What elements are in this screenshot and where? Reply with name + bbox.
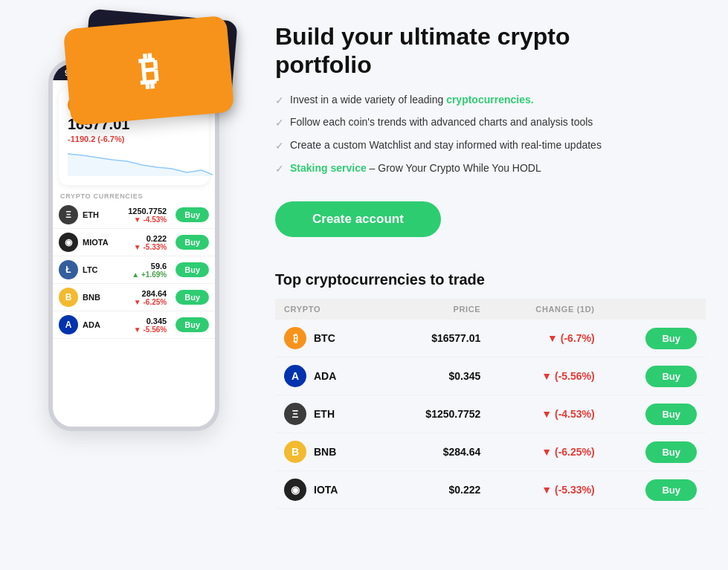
col-price: PRICE: [381, 299, 489, 320]
phone-coin-price-col: 284.64 ▼ -6.25%: [134, 289, 167, 306]
table-section: Top cryptocurrencies to trade CRYPTO PRI…: [275, 271, 706, 509]
phone-coin-ticker: BNB: [83, 293, 100, 302]
table-buy-button[interactable]: Buy: [645, 441, 697, 463]
check-icon-4: ✓: [275, 162, 284, 177]
coin-name: ETH: [314, 408, 335, 420]
mini-chart: [68, 146, 200, 179]
phone-coin-price-col: 0.222 ▼ -5.33%: [134, 234, 167, 251]
col-change: CHANGE (1D): [489, 299, 603, 320]
table-cell-crypto: ₿ BTC: [275, 320, 381, 357]
phone-coin-icon: A: [59, 315, 78, 334]
page: ₿ 9:41 ▪▪▪ ₿ BTC Bitcoin 16577.01 -1190.…: [0, 0, 728, 570]
table-cell-buy: Buy: [604, 395, 706, 433]
table-cell-change: ▼ (-5.56%): [489, 357, 603, 395]
table-buy-button[interactable]: Buy: [645, 404, 697, 425]
phone-coin-price: 284.64: [134, 289, 167, 298]
table-cell-price: $16577.01: [381, 320, 489, 357]
phone-coin-icon: ◉: [59, 233, 78, 252]
phone-buy-button[interactable]: Buy: [175, 317, 209, 332]
change-arrow: ▼: [547, 332, 558, 344]
crypto-table-body: ₿ BTC $16577.01 ▼ (-6.7%) Buy A ADA $0.3…: [275, 320, 706, 509]
table-cell-crypto: ◉ IOTA: [275, 471, 381, 509]
table-buy-button[interactable]: Buy: [645, 328, 697, 349]
phone-list-item: Ł LTC 59.6 ▲ +1.69% Buy: [53, 256, 215, 284]
change-value: ▼ (-5.33%): [541, 484, 594, 496]
phone-buy-button[interactable]: Buy: [175, 290, 209, 305]
staking-link[interactable]: Staking service: [290, 162, 367, 174]
table-row: ₿ BTC $16577.01 ▼ (-6.7%) Buy: [275, 320, 706, 357]
table-row: B BNB $284.64 ▼ (-6.25%) Buy: [275, 433, 706, 471]
coin-name: ADA: [314, 370, 336, 382]
feature-text-3: Create a custom Watchlist and stay infor…: [290, 138, 602, 153]
table-title: Top cryptocurrencies to trade: [275, 271, 706, 288]
phone-coin-price: 0.345: [134, 317, 167, 326]
change-value: ▼ (-5.56%): [541, 370, 594, 382]
table-cell-buy: Buy: [604, 357, 706, 395]
table-buy-button[interactable]: Buy: [645, 479, 697, 501]
phone-list-item: Ξ ETH 1250.7752 ▼ -4.53% Buy: [53, 201, 215, 229]
btc-change: -1190.2 (-6.7%): [68, 135, 200, 143]
table-cell-crypto: Ξ ETH: [275, 395, 381, 433]
table-cell-buy: Buy: [604, 471, 706, 509]
phone-coin-icon: B: [59, 288, 78, 307]
phone-coin-ticker: MIOTA: [83, 238, 109, 247]
hero-title: Build your ultimate crypto portfolio: [275, 22, 602, 80]
left-panel: ₿ 9:41 ▪▪▪ ₿ BTC Bitcoin 16577.01 -1190.…: [0, 0, 260, 570]
coin-icon: Ξ: [284, 403, 306, 425]
phone-coin-price: 1250.7752: [128, 207, 167, 216]
change-arrow: ▼: [541, 484, 552, 496]
create-account-button[interactable]: Create account: [275, 201, 441, 237]
phone-coin-ticker: ADA: [83, 320, 100, 329]
phone-coin-price: 59.6: [132, 262, 167, 271]
coin-icon: A: [284, 365, 306, 387]
coin-icon: ₿: [284, 327, 306, 349]
table-cell-buy: Buy: [604, 433, 706, 471]
phone-coin-icon: Ł: [59, 260, 78, 279]
change-arrow: ▼: [541, 446, 552, 458]
phone-buy-button[interactable]: Buy: [175, 235, 209, 250]
crypto-table: CRYPTO PRICE CHANGE (1D) ₿ BTC $16577.01…: [275, 299, 706, 509]
change-value: ▼ (-6.7%): [547, 332, 595, 344]
feature-text-2: Follow each coin's trends with advanced …: [290, 115, 593, 130]
table-cell-price: $284.64: [381, 433, 489, 471]
phone-coin-change: ▼ -6.25%: [134, 298, 167, 306]
phone-buy-button[interactable]: Buy: [175, 262, 209, 277]
phone-coin-change: ▼ -5.33%: [134, 243, 167, 251]
table-cell-price: $0.345: [381, 357, 489, 395]
table-cell-crypto: B BNB: [275, 433, 381, 471]
phone-coin-price: 0.222: [134, 234, 167, 243]
phone-crypto-list: Ξ ETH 1250.7752 ▼ -4.53% Buy ◉ MIOTA 0.2…: [53, 201, 215, 339]
features-list: ✓ Invest in a wide variety of leading cr…: [275, 93, 706, 184]
feature-item-1: ✓ Invest in a wide variety of leading cr…: [275, 93, 632, 109]
table-cell-price: $1250.7752: [381, 395, 489, 433]
coin-icon: ◉: [284, 479, 306, 501]
change-value: ▼ (-6.25%): [541, 446, 594, 458]
phone-coin-icon: Ξ: [59, 205, 78, 224]
check-icon-3: ✓: [275, 139, 284, 154]
coin-name: BNB: [314, 446, 336, 458]
table-cell-price: $0.222: [381, 471, 489, 509]
phone-list-item: B BNB 284.64 ▼ -6.25% Buy: [53, 284, 215, 311]
coin-name: BTC: [314, 332, 335, 344]
change-arrow: ▼: [541, 370, 552, 382]
table-cell-buy: Buy: [604, 320, 706, 357]
phone-buy-button[interactable]: Buy: [175, 207, 209, 222]
phone-coin-ticker: ETH: [83, 210, 99, 219]
table-row: ◉ IOTA $0.222 ▼ (-5.33%) Buy: [275, 471, 706, 509]
phone-coin-change: ▲ +1.69%: [132, 271, 167, 279]
col-action: [604, 299, 706, 320]
cryptocurrencies-link[interactable]: cryptocurrencies.: [446, 94, 534, 106]
phone-coin-ticker: LTC: [83, 265, 98, 274]
feature-item-3: ✓ Create a custom Watchlist and stay inf…: [275, 138, 632, 154]
table-buy-button[interactable]: Buy: [645, 366, 697, 387]
phone-coin-price-col: 0.345 ▼ -5.56%: [134, 317, 167, 334]
crypto-list-label: CRYPTO CURRENCIES: [53, 190, 215, 201]
right-panel: Build your ultimate crypto portfolio ✓ I…: [260, 0, 728, 570]
change-value: ▼ (-4.53%): [541, 408, 594, 420]
phone-coin-change: ▼ -5.56%: [134, 326, 167, 334]
phone-coin-price-col: 1250.7752 ▼ -4.53%: [128, 207, 167, 224]
phone-list-item: A ADA 0.345 ▼ -5.56% Buy: [53, 311, 215, 339]
btc-bitcoin-symbol: ₿: [138, 51, 160, 91]
table-header-row: CRYPTO PRICE CHANGE (1D): [275, 299, 706, 320]
col-crypto: CRYPTO: [275, 299, 381, 320]
